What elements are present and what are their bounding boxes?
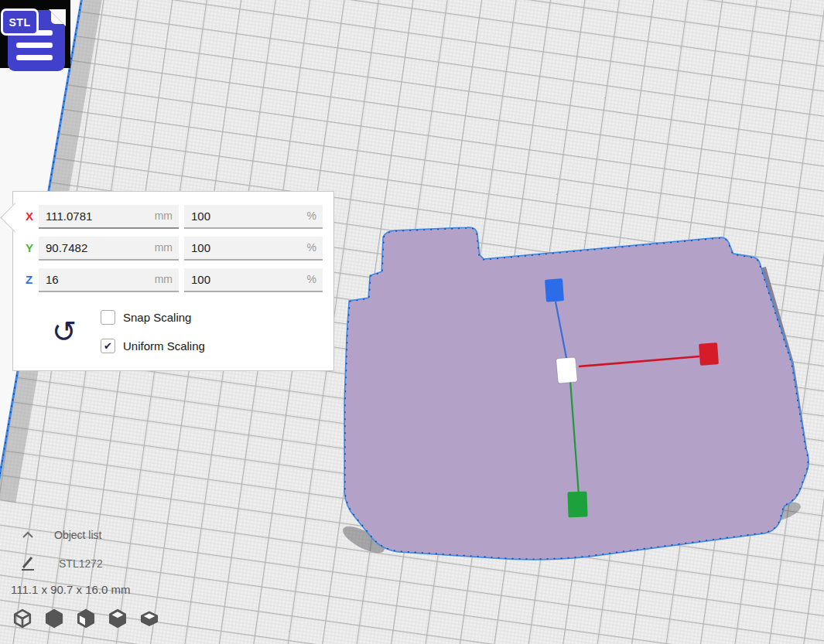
view-mode-solid-icon[interactable] (44, 608, 64, 629)
doc-text-line (16, 43, 53, 48)
view-mode-flat-box-icon[interactable] (139, 608, 159, 629)
stl-format-badge: STL (1, 9, 39, 36)
y-size-unit: mm (155, 241, 173, 254)
uniform-scaling-row: ✔ Uniform Scaling (101, 338, 205, 353)
scale-row-z: Z mm % (13, 268, 333, 292)
slicer-3d-viewport[interactable]: Juice STL (0, 0, 824, 644)
object-list-item[interactable]: STL1272 (20, 556, 103, 571)
scale-handle-z[interactable] (545, 278, 564, 302)
z-percent-unit: % (307, 273, 316, 285)
view-mode-toolbar (12, 608, 159, 629)
x-percent-input[interactable] (184, 210, 323, 223)
x-size-field: mm (39, 205, 179, 229)
z-size-unit: mm (155, 273, 173, 285)
y-percent-input[interactable] (184, 241, 323, 254)
x-percent-unit: % (307, 210, 316, 222)
snap-scaling-checkbox[interactable] (101, 310, 115, 325)
z-percent-field: % (184, 268, 323, 292)
pencil-icon (20, 556, 37, 571)
stl-file-watermark: STL (0, 0, 74, 74)
scale-row-y: Y mm % (13, 237, 333, 261)
scale-handle-center[interactable] (556, 357, 578, 383)
object-name: STL1272 (59, 557, 103, 570)
object-list-title: Object list (54, 529, 101, 541)
model-dimensions-label: 111.1 x 90.7 x 16.0 mm (11, 583, 131, 596)
snap-scaling-label: Snap Scaling (123, 311, 191, 324)
y-axis-label: Y (26, 241, 39, 254)
chevron-up-icon (22, 531, 34, 539)
view-mode-front-open-icon[interactable] (76, 608, 96, 629)
scale-handle-y[interactable] (567, 492, 587, 518)
z-percent-input[interactable] (184, 273, 323, 286)
object-list-header[interactable]: Object list (22, 529, 101, 541)
doc-text-line (16, 55, 53, 60)
view-mode-top-open-icon[interactable] (108, 608, 128, 629)
uniform-scaling-label: Uniform Scaling (123, 339, 205, 353)
scale-tool-panel: X mm % Y mm % Z mm (12, 191, 334, 371)
x-percent-field: % (184, 205, 323, 229)
z-size-field: mm (39, 268, 179, 292)
snap-scaling-row: Snap Scaling (101, 309, 191, 325)
y-size-field: mm (39, 237, 179, 261)
view-mode-wireframe-icon[interactable] (12, 608, 32, 629)
uniform-scaling-checkbox[interactable]: ✔ (101, 339, 115, 353)
y-percent-field: % (184, 237, 323, 261)
x-size-unit: mm (155, 210, 173, 222)
z-axis-label: Z (26, 273, 39, 286)
scale-handle-x[interactable] (699, 342, 719, 366)
reset-scale-button[interactable]: ↺ (47, 312, 81, 351)
x-axis-label: X (26, 210, 39, 223)
y-percent-unit: % (307, 241, 316, 254)
scale-row-x: X mm % (13, 205, 333, 229)
